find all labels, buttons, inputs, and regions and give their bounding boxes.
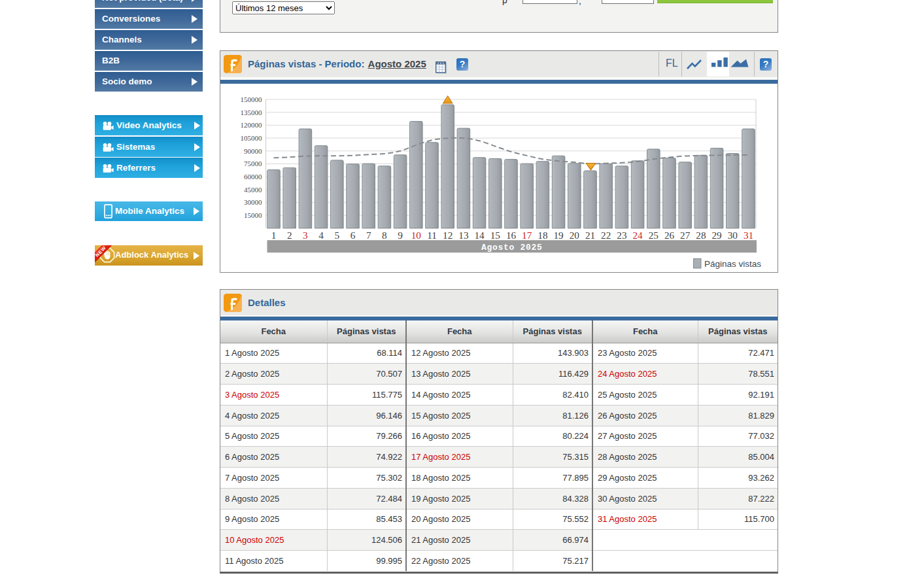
svg-text:45000: 45000 <box>244 186 262 194</box>
svg-text:28: 28 <box>696 230 706 241</box>
svg-text:22: 22 <box>601 230 611 241</box>
svg-text:31: 31 <box>744 230 753 241</box>
svg-text:27: 27 <box>680 230 691 241</box>
svg-text:60000: 60000 <box>244 173 262 181</box>
svg-text:24: 24 <box>633 230 643 241</box>
svg-text:26: 26 <box>664 230 675 241</box>
svg-text:30000: 30000 <box>244 198 262 206</box>
svg-text:16: 16 <box>506 230 517 241</box>
svg-text:120000: 120000 <box>241 121 263 129</box>
svg-text:7: 7 <box>366 230 371 241</box>
svg-text:90000: 90000 <box>244 147 262 155</box>
svg-text:5: 5 <box>335 230 340 241</box>
svg-text:23: 23 <box>617 230 626 241</box>
svg-text:Páginas vistas: Páginas vistas <box>704 259 761 269</box>
svg-text:10: 10 <box>411 230 422 241</box>
svg-text:11: 11 <box>427 230 437 241</box>
svg-text:9: 9 <box>398 230 403 241</box>
svg-text:17: 17 <box>522 230 532 241</box>
svg-text:2: 2 <box>287 230 292 241</box>
svg-text:18: 18 <box>538 230 548 241</box>
svg-text:29: 29 <box>712 230 722 241</box>
svg-text:14: 14 <box>475 230 485 241</box>
svg-text:21: 21 <box>585 230 595 241</box>
svg-text:135000: 135000 <box>241 109 263 116</box>
svg-text:19: 19 <box>554 230 564 241</box>
svg-text:150000: 150000 <box>241 95 263 103</box>
svg-text:15000: 15000 <box>244 211 262 219</box>
svg-text:3: 3 <box>303 230 308 241</box>
svg-text:105000: 105000 <box>241 134 263 142</box>
svg-text:75000: 75000 <box>244 160 262 167</box>
svg-text:Agosto 2025: Agosto 2025 <box>481 243 543 252</box>
svg-text:20: 20 <box>570 230 580 241</box>
svg-text:8: 8 <box>382 230 387 241</box>
svg-text:4: 4 <box>318 230 324 241</box>
svg-text:25: 25 <box>649 230 659 241</box>
svg-text:15: 15 <box>490 230 500 241</box>
svg-text:6: 6 <box>351 230 356 241</box>
svg-text:13: 13 <box>458 230 468 241</box>
svg-text:12: 12 <box>443 230 453 241</box>
svg-text:1: 1 <box>271 230 277 241</box>
svg-text:30: 30 <box>728 230 738 241</box>
